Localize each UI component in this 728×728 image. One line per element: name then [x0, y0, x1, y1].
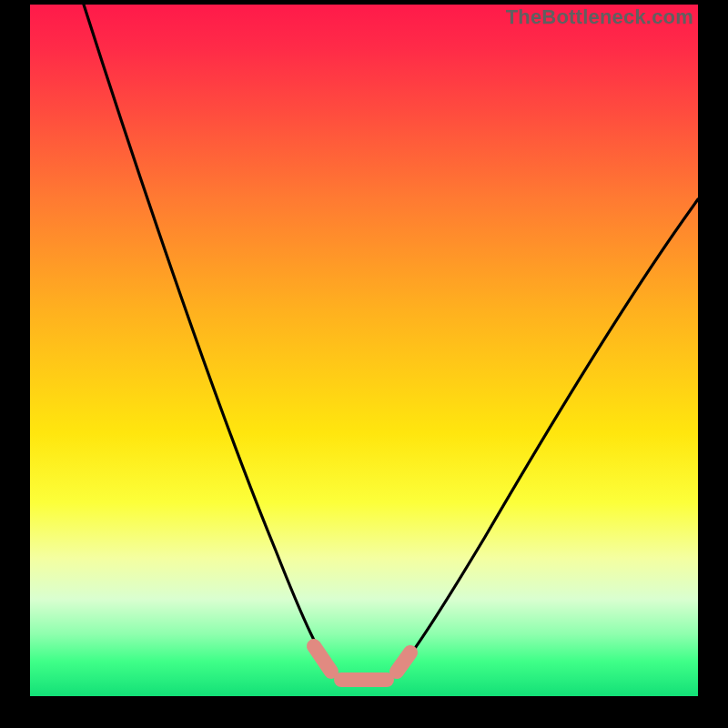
chart-frame: TheBottleneck.com: [0, 0, 728, 728]
curve-path: [84, 5, 698, 683]
bottleneck-curve: [30, 5, 698, 696]
plot-area: [30, 5, 698, 696]
svg-line-0: [314, 646, 331, 672]
valley-marker: [314, 646, 410, 680]
svg-line-2: [397, 652, 410, 672]
attribution-text: TheBottleneck.com: [506, 5, 693, 29]
